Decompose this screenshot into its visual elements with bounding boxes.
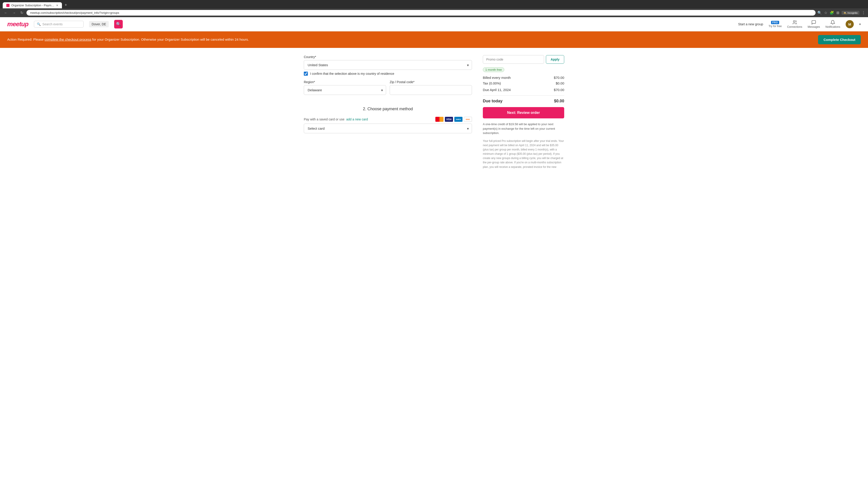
confirm-label-text: I confirm that the selection above is my… [310,72,394,75]
location-display[interactable]: Dover, DE [89,21,109,27]
tax-amount: $0.00 [556,81,564,85]
zip-label: Zip / Postal code* [390,80,472,84]
review-order-button[interactable]: Next: Review order [483,107,564,119]
avatar[interactable]: M [846,20,854,28]
active-tab[interactable]: Organizer Subscription - Paym… ✕ [3,2,62,8]
site-logo[interactable]: meetup [7,21,29,28]
forward-button[interactable]: → [11,10,17,16]
confirm-checkbox-label[interactable]: I confirm that the selection above is my… [304,72,472,76]
search-button[interactable]: 🔍 [114,20,123,29]
card-select[interactable]: Select card [304,124,472,133]
due-today-line: Due today $0.00 [483,95,564,103]
search-placeholder: Search events [42,22,63,26]
profile-icon[interactable]: ⊞ [836,11,839,15]
bookmark-icon[interactable]: ☆ [824,11,827,15]
tab-favicon [6,4,9,7]
payment-method-heading: 2. Choose payment method [304,107,472,111]
connections-icon [792,20,797,25]
region-zip-row: Region* Delaware Zip / Postal code* [304,80,472,99]
extensions-icon[interactable]: 🧩 [830,11,834,15]
promo-row: Apply [483,55,564,64]
billed-amount: $70.00 [554,76,564,79]
incognito-badge: 🕵 Incognito [842,11,860,15]
new-tab-button[interactable]: + [63,2,69,8]
action-banner: Action Required: Please complete the che… [0,31,868,48]
terms-note: Your full-priced Pro subscription will b… [483,139,564,169]
pay-saved-text: Pay with a saved card or use [304,118,344,121]
notifications-nav[interactable]: Notifications [826,20,840,29]
banner-text-after: for your Organizer Subscription. Otherwi… [91,37,249,41]
banner-text: Action Required: Please complete the che… [7,37,249,42]
avatar-chevron[interactable]: ▾ [859,22,861,26]
confirm-checkbox[interactable] [304,72,308,76]
pro-try-free[interactable]: PRO Try for free [769,21,782,28]
country-select-wrapper: United States [304,60,472,70]
browser-tabs: Organizer Subscription - Paym… ✕ + [3,2,865,8]
start-group-button[interactable]: Start a new group [738,22,763,26]
messages-icon [811,20,816,25]
tab-label: Organizer Subscription - Paym… [11,4,54,7]
tab-close-button[interactable]: ✕ [56,4,58,7]
address-bar[interactable] [26,10,815,15]
add-new-card-link[interactable]: add a new card [346,118,368,121]
free-badge: 1 month free [483,67,504,72]
zip-input[interactable] [390,85,472,95]
zip-field: Zip / Postal code* [390,80,472,95]
discover-icon: DISC [464,117,472,122]
complete-checkout-button[interactable]: Complete Checkout [818,35,861,44]
region-select-wrapper: Delaware [304,85,386,95]
apply-button[interactable]: Apply [546,55,564,64]
billed-label: Billed every month [483,76,510,79]
search-icon[interactable]: 🔍 [817,11,822,15]
tax-line: Tax (0.00%) $0.00 [483,81,564,85]
site-header: meetup 🔍 Search events Dover, DE 🔍 Start… [0,17,868,31]
menu-icon[interactable]: ⋮ [862,11,865,15]
notifications-label: Notifications [826,25,840,29]
country-select[interactable]: United States [304,60,472,70]
pro-sub-label: Try for free [769,25,782,28]
browser-toolbar: ← → ↻ 🔍 ☆ 🧩 ⊞ 🕵 Incognito ⋮ [0,8,868,17]
form-section: Country* United States I confirm that th… [304,55,483,169]
card-icons: VISA AMEX DISC [435,117,472,122]
due-date-line: Due April 11, 2024 $70.00 [483,88,564,92]
search-bar[interactable]: 🔍 Search events [34,21,84,28]
country-field: Country* United States I confirm that th… [304,55,472,76]
country-label: Country* [304,55,472,59]
banner-text-before: Action Required: Please [7,37,44,41]
region-select[interactable]: Delaware [304,85,386,95]
promo-input[interactable] [483,55,544,64]
due-date-amount: $70.00 [554,88,564,92]
connections-label: Connections [787,25,802,29]
payment-options-row: Pay with a saved card or use add a new c… [304,117,472,122]
browser-toolbar-icons: 🔍 ☆ 🧩 ⊞ 🕵 Incognito ⋮ [817,11,865,15]
main-content: Country* United States I confirm that th… [298,48,569,176]
svg-point-0 [793,21,795,22]
back-button[interactable]: ← [3,10,9,16]
credit-note: A one-time credit of $19.58 will be appl… [483,122,564,135]
mastercard-icon [435,117,443,122]
due-date-label: Due April 11, 2024 [483,88,510,92]
notifications-icon [830,20,835,25]
connections-nav[interactable]: Connections [787,20,802,29]
visa-icon: VISA [445,117,453,122]
region-label: Region* [304,80,386,84]
incognito-label: Incognito [847,11,858,14]
region-field: Region* Delaware [304,80,386,95]
due-today-amount: $0.00 [554,99,564,103]
search-icon: 🔍 [37,22,41,26]
browser-chrome: Organizer Subscription - Paym… ✕ + [0,0,868,8]
tax-label: Tax (0.00%) [483,81,501,85]
due-today-label: Due today [483,99,502,103]
order-summary: Apply 1 month free Billed every month $7… [483,55,564,169]
incognito-icon: 🕵 [843,11,846,14]
select-card-wrapper: Select card [304,124,472,133]
billed-line: Billed every month $70.00 [483,76,564,79]
reload-button[interactable]: ↻ [19,10,25,16]
messages-nav[interactable]: Messages [808,20,820,29]
amex-icon: AMEX [454,117,463,122]
checkout-link[interactable]: complete the checkout process [44,37,91,41]
header-right: Start a new group PRO Try for free Conne… [738,20,861,29]
pro-badge: PRO [771,21,779,24]
messages-label: Messages [808,25,820,29]
